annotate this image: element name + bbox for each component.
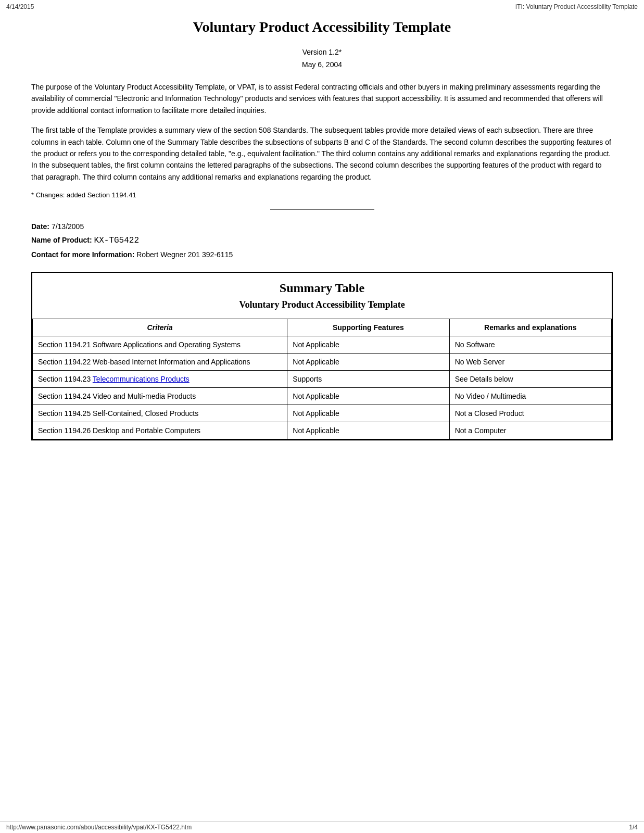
- remarks-cell: Not a Computer: [449, 422, 611, 439]
- supporting-cell: Not Applicable: [287, 422, 449, 439]
- footer-page: 1/4: [629, 824, 638, 831]
- remarks-cell: No Web Server: [449, 354, 611, 371]
- supporting-cell: Not Applicable: [287, 388, 449, 405]
- summary-table-container: Summary Table Voluntary Product Accessib…: [31, 272, 613, 440]
- remarks-cell: No Software: [449, 336, 611, 354]
- content-area: Voluntary Product Accessibility Template…: [0, 14, 644, 482]
- table-row: Section 1194.24 Video and Multi-media Pr…: [33, 388, 612, 405]
- main-title: Voluntary Product Accessibility Template: [31, 19, 613, 35]
- footer-url: http://www.panasonic.com/about/accessibi…: [6, 824, 192, 831]
- table-row: Section 1194.22 Web-based Internet Infor…: [33, 354, 612, 371]
- intro-paragraph-1: The purpose of the Voluntary Product Acc…: [31, 81, 613, 116]
- criteria-cell: Section 1194.23 Telecommunications Produ…: [33, 371, 287, 388]
- meta-date-label: Date:: [31, 222, 49, 231]
- table-row: Section 1194.26 Desktop and Portable Com…: [33, 422, 612, 439]
- supporting-cell: Not Applicable: [287, 405, 449, 422]
- meta-date-value: 7/13/2005: [52, 222, 84, 231]
- summary-table-title: Summary Table: [32, 273, 612, 297]
- criteria-cell: Section 1194.24 Video and Multi-media Pr…: [33, 388, 287, 405]
- remarks-cell: See Details below: [449, 371, 611, 388]
- criteria-cell: Section 1194.25 Self-Contained, Closed P…: [33, 405, 287, 422]
- remarks-cell: Not a Closed Product: [449, 405, 611, 422]
- summary-table-subtitle: Voluntary Product Accessibility Template: [32, 297, 612, 319]
- meta-section: Date: 7/13/2005 Name of Product: KX-TG54…: [31, 220, 613, 261]
- supporting-cell: Not Applicable: [287, 336, 449, 354]
- meta-contact-label: Contact for more Information:: [31, 250, 134, 259]
- col-supporting-header: Supporting Features: [287, 319, 449, 336]
- criteria-cell: Section 1194.21 Software Applications an…: [33, 336, 287, 354]
- table-row: Section 1194.21 Software Applications an…: [33, 336, 612, 354]
- topbar-date: 4/14/2015: [6, 3, 34, 10]
- meta-product-value: KX-TG5422: [94, 236, 139, 245]
- topbar-title: ITI: Voluntary Product Accessibility Tem…: [515, 3, 638, 10]
- footnote: * Changes: added Section 1194.41: [31, 191, 613, 199]
- header-date: May 6, 2004: [31, 60, 613, 69]
- table-header-row: Criteria Supporting Features Remarks and…: [33, 319, 612, 336]
- criteria-cell: Section 1194.22 Web-based Internet Infor…: [33, 354, 287, 371]
- page-wrapper: 4/14/2015 ITI: Voluntary Product Accessi…: [0, 0, 644, 833]
- col-remarks-header: Remarks and explanations: [449, 319, 611, 336]
- summary-table: Criteria Supporting Features Remarks and…: [32, 319, 612, 439]
- intro-paragraph-2: The first table of the Template provides…: [31, 124, 613, 183]
- meta-product-label: Name of Product:: [31, 236, 92, 244]
- col-criteria-header: Criteria: [33, 319, 287, 336]
- table-row: Section 1194.25 Self-Contained, Closed P…: [33, 405, 612, 422]
- divider: [270, 209, 374, 210]
- meta-contact-value: Robert Wegner 201 392-6115: [136, 250, 233, 259]
- version-line: Version 1.2*: [31, 48, 613, 56]
- supporting-cell: Not Applicable: [287, 354, 449, 371]
- criteria-link[interactable]: Telecommunications Products: [93, 375, 190, 383]
- meta-contact: Contact for more Information: Robert Weg…: [31, 248, 613, 261]
- criteria-cell: Section 1194.26 Desktop and Portable Com…: [33, 422, 287, 439]
- supporting-cell: Supports: [287, 371, 449, 388]
- table-row: Section 1194.23 Telecommunications Produ…: [33, 371, 612, 388]
- meta-product: Name of Product: KX-TG5422: [31, 233, 613, 248]
- footer-bar: http://www.panasonic.com/about/accessibi…: [0, 821, 644, 833]
- top-bar: 4/14/2015 ITI: Voluntary Product Accessi…: [0, 0, 644, 14]
- remarks-cell: No Video / Multimedia: [449, 388, 611, 405]
- meta-date: Date: 7/13/2005: [31, 220, 613, 233]
